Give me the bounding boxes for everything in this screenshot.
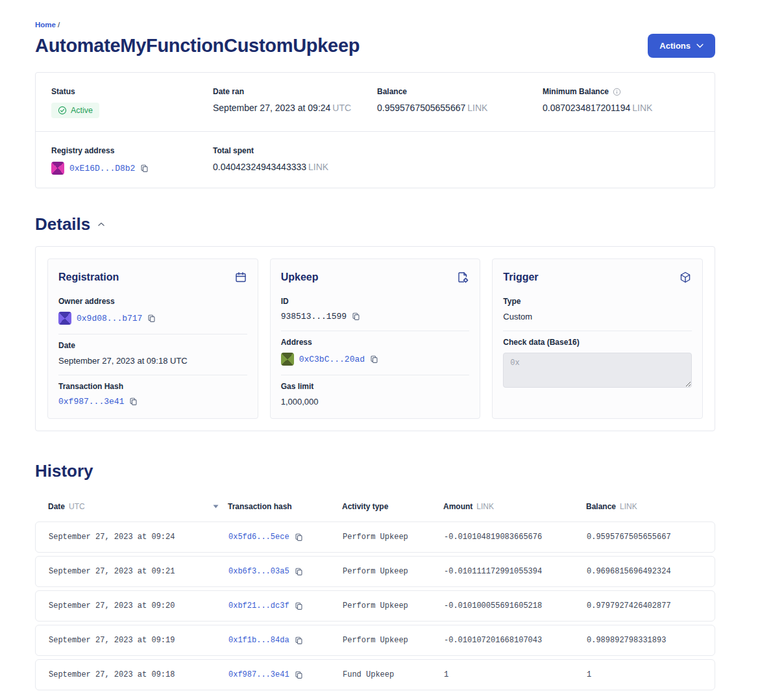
- tx-hash-link[interactable]: 0xbf21...dc3f: [228, 601, 289, 610]
- history-section-head: History: [35, 461, 715, 481]
- total-spent-unit: LINK: [308, 162, 328, 172]
- breadcrumb-separator: /: [58, 21, 60, 29]
- cell-date: September 27, 2023 at 09:24: [49, 533, 228, 542]
- history-heading: History: [35, 461, 93, 481]
- registration-date-label: Date: [58, 341, 247, 350]
- registration-card: Registration Owner address 0x9d08...b717…: [47, 258, 258, 419]
- upkeep-address-link[interactable]: 0xC3bC...20ad: [299, 355, 365, 364]
- trigger-card-title: Trigger: [503, 271, 538, 283]
- cell-date: September 27, 2023 at 09:18: [49, 670, 228, 679]
- actions-button-label: Actions: [659, 41, 691, 51]
- registration-tx-field: Transaction Hash 0xf987...3e41: [58, 375, 247, 416]
- summary-row-bottom: Registry address 0xE16D...D8b2 Total spe…: [36, 132, 715, 188]
- trigger-card: Trigger Type Custom Check data (Base16): [492, 258, 703, 419]
- column-header-date: Date UTC: [48, 502, 228, 511]
- owner-avatar: [58, 312, 71, 325]
- trigger-type-value: Custom: [503, 312, 692, 321]
- column-header-amount: AmountLINK: [443, 502, 586, 511]
- registration-tx-link[interactable]: 0xf987...3e41: [58, 397, 124, 407]
- column-header-tx: Transaction hash: [228, 502, 342, 511]
- registry-avatar: [51, 162, 64, 175]
- tx-hash-link[interactable]: 0xb6f3...03a5: [228, 567, 289, 576]
- column-amount-unit: LINK: [476, 502, 494, 511]
- balance-label: Balance: [377, 87, 543, 96]
- date-ran-label: Date ran: [213, 87, 377, 96]
- owner-address-link[interactable]: 0x9d08...b717: [77, 314, 142, 323]
- cell-amount: -0.010111172991055394: [444, 567, 587, 576]
- summary-card: Status Active Date ran September 27, 202…: [35, 72, 715, 188]
- table-row: September 27, 2023 at 09:24 0x5fd6...5ec…: [35, 521, 715, 553]
- upkeep-id-field: ID 938513...1599: [281, 290, 470, 331]
- copy-icon[interactable]: [295, 671, 303, 679]
- balance-value: 0.9595767505655667: [377, 103, 465, 113]
- registration-tx-label: Transaction Hash: [58, 382, 247, 391]
- column-balance-label: Balance: [586, 502, 616, 511]
- cell-balance: 0.9696815696492324: [587, 567, 715, 576]
- summary-row-top: Status Active Date ran September 27, 202…: [36, 73, 715, 131]
- copy-icon[interactable]: [295, 602, 303, 610]
- cell-date: September 27, 2023 at 09:19: [49, 636, 228, 645]
- info-icon[interactable]: [613, 88, 621, 96]
- column-balance-unit: LINK: [620, 502, 637, 511]
- column-date-unit: UTC: [69, 502, 85, 511]
- min-balance-value: 0.0870234817201194: [543, 103, 630, 113]
- cell-date: September 27, 2023 at 09:21: [49, 567, 228, 576]
- copy-icon[interactable]: [147, 314, 156, 323]
- status-block: Status Active: [51, 87, 213, 118]
- table-header-row: Date UTC Transaction hash Activity type …: [35, 493, 715, 521]
- cell-activity: Perform Upkeep: [343, 636, 444, 645]
- upkeep-detail-page: Home/ AutomateMyFunctionCustomUpkeep Act…: [35, 0, 715, 691]
- status-label: Status: [51, 87, 213, 96]
- actions-button[interactable]: Actions: [648, 34, 715, 58]
- tx-hash-link[interactable]: 0x1f1b...84da: [228, 636, 289, 645]
- cell-activity: Fund Upkeep: [343, 670, 444, 679]
- trigger-type-field: Type Custom: [503, 290, 692, 331]
- column-header-activity: Activity type: [342, 502, 443, 511]
- copy-icon[interactable]: [295, 568, 303, 576]
- cell-balance: 0.989892798331893: [587, 636, 715, 645]
- status-badge-label: Active: [71, 106, 93, 115]
- registration-date-field: Date September 27, 2023 at 09:18 UTC: [58, 334, 247, 375]
- cell-date: September 27, 2023 at 09:20: [49, 601, 228, 610]
- total-spent-block: Total spent 0.04042324943443333LINK: [213, 146, 377, 175]
- copy-icon[interactable]: [129, 397, 138, 406]
- total-spent-value: 0.04042324943443333: [213, 162, 306, 172]
- title-row: AutomateMyFunctionCustomUpkeep Actions: [35, 34, 715, 58]
- copy-icon[interactable]: [295, 533, 303, 542]
- chevron-up-icon: [98, 222, 104, 227]
- breadcrumb-home-link[interactable]: Home: [35, 21, 56, 29]
- copy-icon[interactable]: [370, 355, 378, 364]
- tx-hash-link[interactable]: 0xf987...3e41: [228, 670, 289, 679]
- gas-limit-field: Gas limit 1,000,000: [281, 375, 470, 416]
- cell-amount: -0.010107201668107043: [444, 636, 587, 645]
- registration-date-value: September 27, 2023 at 09:18 UTC: [58, 356, 247, 366]
- gas-limit-value: 1,000,000: [281, 397, 470, 407]
- registration-card-title: Registration: [58, 271, 119, 283]
- details-section-head: Details: [35, 214, 715, 234]
- registry-address-label: Registry address: [51, 146, 213, 155]
- date-ran-value: September 27, 2023 at 09:24: [213, 103, 330, 113]
- column-date-label: Date: [48, 502, 65, 511]
- table-row: September 27, 2023 at 09:20 0xbf21...dc3…: [35, 590, 715, 622]
- cell-activity: Perform Upkeep: [343, 533, 444, 542]
- page-title: AutomateMyFunctionCustomUpkeep: [35, 35, 360, 57]
- details-collapse-button[interactable]: [97, 221, 106, 228]
- check-data-textarea[interactable]: [503, 353, 692, 388]
- gas-limit-label: Gas limit: [281, 382, 470, 391]
- history-table: Date UTC Transaction hash Activity type …: [35, 493, 715, 690]
- copy-icon[interactable]: [295, 636, 303, 645]
- copy-icon[interactable]: [140, 164, 149, 173]
- calendar-icon: [234, 271, 247, 284]
- registry-address-link[interactable]: 0xE16D...D8b2: [69, 164, 135, 173]
- balance-unit: LINK: [467, 103, 487, 113]
- upkeep-address-field: Address 0xC3bC...20ad: [281, 331, 470, 375]
- details-panel: Registration Owner address 0x9d08...b717…: [35, 246, 715, 431]
- copy-icon[interactable]: [352, 312, 360, 321]
- status-badge: Active: [51, 103, 99, 118]
- column-header-balance: BalanceLINK: [586, 502, 715, 511]
- upkeep-card: Upkeep ID 938513...1599 Address 0xC3bC..…: [270, 258, 481, 419]
- total-spent-label: Total spent: [213, 146, 377, 155]
- check-data-label: Check data (Base16): [503, 338, 692, 347]
- sort-descending-icon[interactable]: [213, 505, 219, 509]
- tx-hash-link[interactable]: 0x5fd6...5ece: [228, 533, 289, 542]
